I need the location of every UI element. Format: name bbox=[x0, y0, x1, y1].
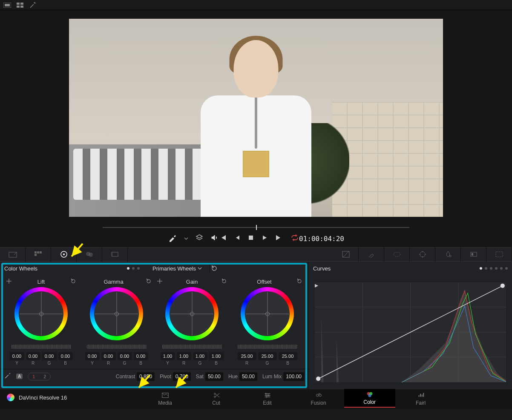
sat-value[interactable]: 50.00 bbox=[205, 372, 223, 381]
color-wheel[interactable] bbox=[14, 287, 68, 340]
brand-label: DaVinci Resolve 16 bbox=[19, 394, 67, 401]
color-wheel[interactable] bbox=[241, 287, 294, 340]
master-slider[interactable] bbox=[238, 345, 297, 349]
stop-icon[interactable] bbox=[248, 235, 254, 242]
curves-page-dots[interactable] bbox=[480, 267, 508, 270]
tab-cut[interactable]: Cut bbox=[191, 389, 242, 408]
magic-wand-icon[interactable] bbox=[29, 2, 37, 8]
auto-a-button[interactable]: A bbox=[16, 374, 23, 379]
reset-all-icon[interactable] bbox=[210, 264, 219, 273]
tab-media[interactable]: Media bbox=[140, 389, 191, 408]
layers-icon[interactable] bbox=[195, 233, 204, 244]
play-icon[interactable] bbox=[262, 235, 268, 242]
brand: DaVinci Resolve 16 bbox=[0, 389, 74, 406]
primaries-mode-dropdown[interactable]: Primaries Wheels bbox=[152, 265, 202, 272]
gamma-r-value[interactable]: 0.00 bbox=[101, 352, 116, 360]
tab-fairlight[interactable]: Fairl bbox=[395, 389, 446, 408]
wheel-gain: Gain 1.00Y1.00R1.00G1.00B bbox=[154, 277, 230, 365]
gain-r-value[interactable]: 1.00 bbox=[177, 352, 191, 360]
curves-icon[interactable] bbox=[333, 247, 359, 262]
svg-line-42 bbox=[176, 375, 187, 388]
gain-y-value[interactable]: 1.00 bbox=[161, 352, 175, 360]
svg-point-19 bbox=[420, 252, 425, 257]
wheel-label: Gain bbox=[186, 279, 198, 285]
master-slider[interactable] bbox=[162, 345, 222, 349]
channel-label: R bbox=[107, 361, 110, 365]
offset-r-value[interactable]: 25.00 bbox=[238, 352, 256, 360]
annotation-arrow-icon bbox=[173, 373, 190, 390]
offset-g-value[interactable]: 25.00 bbox=[258, 352, 277, 360]
auto-adjust-icon[interactable] bbox=[4, 372, 11, 380]
wheel-label: Lift bbox=[37, 279, 45, 285]
color-match-icon[interactable] bbox=[26, 247, 51, 262]
wheel-page-dots[interactable] bbox=[127, 267, 140, 270]
page-2-pill[interactable]: 2 bbox=[39, 373, 50, 380]
preview-frame[interactable] bbox=[69, 19, 443, 217]
svg-line-40 bbox=[72, 244, 83, 256]
speaker-icon[interactable] bbox=[210, 233, 219, 244]
window-icon[interactable] bbox=[384, 247, 410, 262]
wheel-lift: Lift 0.00Y0.00R0.00G0.00B bbox=[3, 277, 79, 365]
reset-icon[interactable] bbox=[70, 278, 76, 285]
next-clip-icon[interactable] bbox=[275, 234, 283, 243]
tab-label: Cut bbox=[212, 400, 220, 406]
lift-r-value[interactable]: 0.00 bbox=[26, 352, 40, 360]
tab-fusion[interactable]: Fusion bbox=[293, 389, 344, 408]
offset-b-value[interactable]: 25.00 bbox=[279, 352, 297, 360]
tab-color[interactable]: Color bbox=[344, 389, 395, 408]
annotation-arrow-icon bbox=[135, 373, 152, 390]
color-wheel[interactable] bbox=[90, 287, 143, 340]
step-back-icon[interactable] bbox=[234, 235, 240, 242]
lummix-label: Lum Mix bbox=[262, 374, 282, 380]
motion-effects-icon[interactable] bbox=[102, 247, 128, 262]
gamma-y-value[interactable]: 0.00 bbox=[85, 352, 100, 360]
master-slider[interactable] bbox=[12, 345, 71, 349]
qualifier-icon[interactable] bbox=[359, 247, 384, 262]
channel-label: Y bbox=[91, 361, 94, 365]
dropdown-chevron-icon[interactable] bbox=[184, 235, 188, 242]
hue-value[interactable]: 50.00 bbox=[239, 372, 257, 381]
gain-b-value[interactable]: 1.00 bbox=[209, 352, 224, 360]
master-slider[interactable] bbox=[87, 345, 147, 349]
lift-b-value[interactable]: 0.00 bbox=[58, 352, 73, 360]
reset-icon[interactable] bbox=[146, 278, 152, 285]
channel-label: G bbox=[198, 361, 202, 365]
top-icon-bar bbox=[0, 0, 512, 10]
scrub-bar[interactable] bbox=[103, 227, 409, 228]
sizing-icon[interactable] bbox=[486, 247, 512, 262]
lift-y-value[interactable]: 0.00 bbox=[10, 352, 24, 360]
loop-icon[interactable] bbox=[291, 234, 299, 243]
channel-label: G bbox=[48, 361, 51, 365]
svg-point-13 bbox=[63, 253, 65, 255]
svg-rect-6 bbox=[249, 236, 253, 240]
channel-label: G bbox=[266, 361, 269, 365]
channel-label: B bbox=[286, 361, 289, 365]
key-icon[interactable] bbox=[461, 247, 486, 262]
svg-rect-9 bbox=[37, 251, 39, 253]
svg-rect-10 bbox=[40, 251, 42, 253]
color-wheel[interactable] bbox=[165, 287, 219, 340]
grid-view-icon[interactable] bbox=[16, 2, 24, 8]
page-1-pill[interactable]: 1 bbox=[28, 373, 39, 380]
gain-g-value[interactable]: 1.00 bbox=[193, 352, 207, 360]
reset-icon[interactable] bbox=[296, 278, 302, 285]
curve-editor[interactable] bbox=[315, 279, 506, 385]
pivot-label: Pivot bbox=[160, 374, 171, 380]
page-selector[interactable]: 1 2 bbox=[28, 373, 51, 380]
gamma-b-value[interactable]: 0.00 bbox=[134, 352, 148, 360]
tracker-icon[interactable] bbox=[410, 247, 435, 262]
annotation-arrow-icon bbox=[68, 242, 85, 259]
picker-icon[interactable] bbox=[157, 278, 163, 285]
blur-icon[interactable] bbox=[435, 247, 461, 262]
reset-icon[interactable] bbox=[221, 278, 227, 285]
tab-edit[interactable]: Edit bbox=[242, 389, 293, 408]
clip-view-icon[interactable] bbox=[3, 2, 11, 8]
lummix-value[interactable]: 100.00 bbox=[283, 372, 304, 381]
prev-clip-icon[interactable] bbox=[219, 234, 227, 243]
timecode-display[interactable]: 01:00:04:20 bbox=[299, 235, 344, 243]
lift-g-value[interactable]: 0.00 bbox=[42, 352, 57, 360]
eyedropper-icon[interactable] bbox=[168, 233, 177, 244]
gamma-g-value[interactable]: 0.00 bbox=[118, 352, 132, 360]
camera-raw-icon[interactable] bbox=[0, 247, 26, 262]
picker-icon[interactable] bbox=[6, 278, 12, 285]
